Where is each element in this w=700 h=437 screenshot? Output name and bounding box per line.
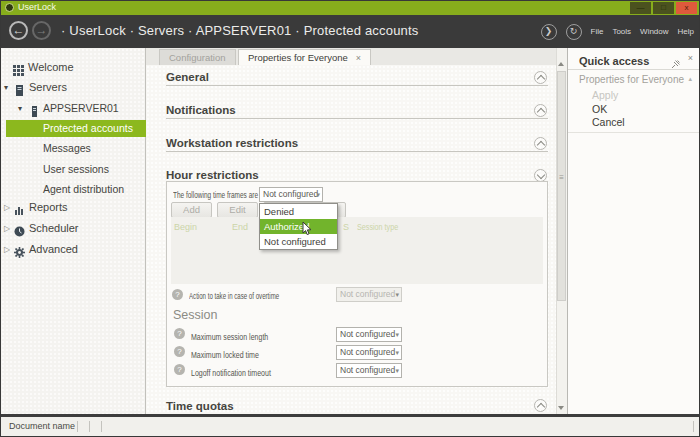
advanced-collapse-icon[interactable]: ▷: [4, 245, 10, 254]
max-session-length-label: Maximum session length: [191, 332, 268, 342]
logoff-notification-timeout-label: Logoff notification timeout: [191, 368, 271, 378]
help-icon[interactable]: ?: [174, 364, 185, 375]
section-hour-restrictions: Hour restrictions: [166, 169, 259, 181]
status-separator: [89, 421, 90, 432]
section-notifications: Notifications: [166, 104, 236, 116]
tab-properties-for-everyone[interactable]: Properties for Everyone×: [238, 49, 371, 66]
tab-configuration[interactable]: Configuration: [159, 49, 236, 65]
sidebar-item-advanced[interactable]: Advanced: [29, 241, 78, 258]
help-icon[interactable]: ?: [174, 328, 185, 339]
refresh-button[interactable]: ↻: [566, 24, 582, 40]
clock-icon: [14, 223, 25, 234]
close-panel-icon[interactable]: ×: [688, 53, 693, 63]
section-divider: [166, 118, 548, 119]
scroll-up-arrow[interactable]: [558, 62, 564, 66]
edit-button[interactable]: Edit: [217, 202, 258, 218]
collapse-general-button[interactable]: [534, 71, 547, 84]
status-separator: [101, 421, 102, 432]
max-locked-time-dropdown[interactable]: Not configured▾: [336, 345, 402, 360]
sidebar-item-messages[interactable]: Messages: [43, 140, 91, 157]
scrollbar-grip-icon: ≡: [556, 173, 567, 182]
overtime-dropdown: Not configured▾: [336, 287, 402, 302]
sidebar-item-reports[interactable]: Reports: [29, 199, 68, 216]
sidebar-item-welcome[interactable]: Welcome: [28, 59, 74, 76]
server-icon: [29, 103, 40, 114]
collapse-workstation-button[interactable]: [534, 137, 547, 150]
sidebar-item-servers[interactable]: Servers: [29, 79, 67, 96]
back-icon: ←: [13, 23, 25, 37]
quick-access-title: Quick access: [579, 55, 649, 67]
chevron-down-icon: ▾: [316, 190, 320, 199]
status-bar: Document name: [1, 417, 699, 436]
back-button[interactable]: ←: [9, 21, 28, 40]
chevron-up-icon: [537, 75, 545, 83]
col-sunday: S: [343, 222, 349, 232]
menu-tools[interactable]: Tools: [612, 27, 631, 36]
scheduler-collapse-icon[interactable]: ▷: [4, 224, 10, 233]
maximize-button[interactable]: □: [653, 2, 674, 14]
section-divider: [166, 151, 548, 152]
reports-collapse-icon[interactable]: ▷: [4, 203, 10, 212]
cancel-button[interactable]: Cancel: [592, 116, 625, 128]
menu-window[interactable]: Window: [640, 27, 668, 36]
dropdown-value: Not configured: [263, 189, 318, 199]
pin-icon[interactable]: [671, 55, 680, 73]
ok-button[interactable]: OK: [592, 103, 607, 115]
time-frames-dropdown-list: Denied Authorized Not configured: [259, 203, 338, 250]
console-button[interactable]: ❯: [541, 24, 557, 40]
minimize-button[interactable]: —: [630, 2, 651, 14]
userlock-logo-icon: [5, 3, 14, 12]
dropdown-value: Not configured: [340, 347, 395, 357]
sidebar-item-user-sessions[interactable]: User sessions: [43, 161, 109, 178]
tab-close-icon[interactable]: ×: [356, 53, 361, 63]
sidebar-item-appserver01[interactable]: APPSERVER01: [43, 100, 119, 117]
servers-expand-icon[interactable]: ▾: [4, 83, 8, 92]
close-button[interactable]: x: [676, 2, 697, 14]
divider: [568, 69, 699, 70]
sidebar-item-agent-distribution[interactable]: Agent distribution: [43, 181, 124, 198]
collapse-notifications-button[interactable]: [534, 104, 547, 117]
title-bar: UserLock — □ x: [1, 1, 699, 15]
breadcrumb[interactable]: · UserLock · Servers · APPSERVER01 · Pro…: [61, 23, 419, 38]
nav-bar: ← → · UserLock · Servers · APPSERVER01 ·…: [1, 15, 699, 48]
sidebar-item-scheduler[interactable]: Scheduler: [29, 220, 79, 237]
dropdown-value: Not configured: [340, 365, 395, 375]
menu-help[interactable]: Help: [678, 27, 694, 36]
sidebar-item-protected-accounts[interactable]: Protected accounts: [43, 120, 133, 137]
server-icon: [14, 82, 25, 93]
console-icon: ❯: [545, 26, 553, 36]
window-title: UserLock: [18, 2, 56, 12]
option-denied[interactable]: Denied: [260, 204, 337, 219]
tab-label: Properties for Everyone: [248, 52, 348, 63]
help-icon[interactable]: ?: [174, 346, 185, 357]
scrollbar-thumb[interactable]: [557, 71, 566, 301]
logoff-notification-dropdown[interactable]: Not configured▾: [336, 363, 402, 378]
help-icon[interactable]: ?: [172, 289, 183, 300]
chevron-down-icon: ▾: [395, 330, 399, 339]
time-frames-dropdown[interactable]: Not configured▾: [259, 187, 323, 202]
status-separator: [693, 421, 694, 432]
collapse-group-icon[interactable]: ▴: [688, 75, 692, 83]
option-not-configured[interactable]: Not configured: [260, 234, 337, 249]
add-button[interactable]: Add: [171, 202, 212, 218]
max-locked-time-label: Maximum locked time: [191, 350, 259, 360]
section-divider: [166, 85, 548, 86]
option-authorized[interactable]: Authorized: [260, 219, 337, 234]
col-begin: Begin: [174, 222, 197, 232]
divider: [568, 132, 699, 133]
menu-file[interactable]: File: [591, 27, 604, 36]
gear-icon: [14, 244, 25, 255]
appserver-expand-icon[interactable]: ▾: [18, 104, 22, 113]
collapse-time-quotas-button[interactable]: [534, 399, 547, 412]
tab-strip: Configuration Properties for Everyone×: [146, 48, 556, 65]
forward-button[interactable]: →: [32, 21, 51, 40]
sidebar-tree: Welcome ▾ Servers ▾ APPSERVER01 Protecte…: [1, 48, 146, 414]
forward-icon: →: [36, 23, 48, 37]
overtime-label: Action to take in case of overtime: [189, 291, 279, 301]
section-general: General: [166, 71, 209, 83]
scroll-down-arrow[interactable]: [558, 406, 564, 410]
apply-button: Apply: [592, 89, 618, 101]
quick-access-group-title[interactable]: Properties for Everyone: [579, 74, 684, 85]
chevron-up-icon: [537, 403, 545, 411]
max-session-length-dropdown[interactable]: Not configured▾: [336, 327, 402, 342]
